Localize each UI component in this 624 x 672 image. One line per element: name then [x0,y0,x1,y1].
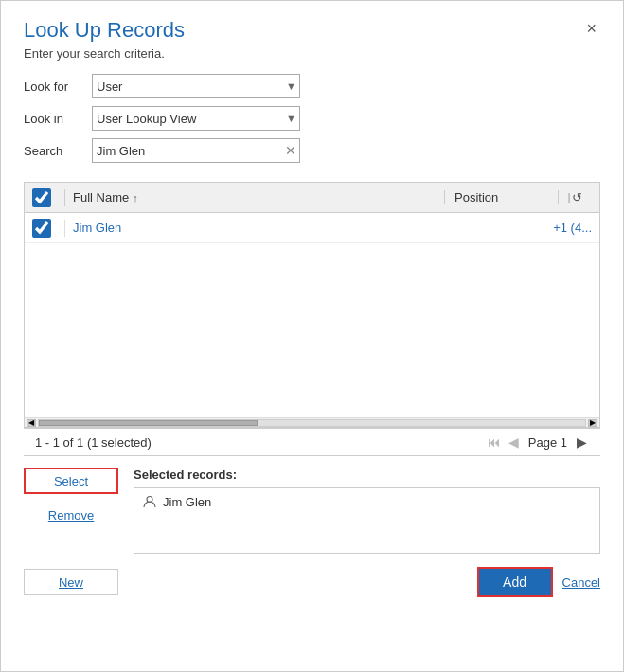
footer-buttons: New Add Cancel [24,567,600,597]
table-row: Jim Glen +1 (4... [25,213,599,243]
prev-page-button[interactable]: ◀ [507,434,521,450]
selected-records-section: Selected records: Jim Glen [134,468,600,554]
page-label: Page 1 [528,435,567,450]
table-body: Jim Glen +1 (4... [25,213,599,417]
dialog-title: Look Up Records [24,18,185,43]
select-all-checkbox[interactable] [32,188,51,207]
search-label: Search [24,144,92,158]
scroll-right-button[interactable]: ▶ [588,419,597,427]
pagination-info: 1 - 1 of 1 (1 selected) [35,435,152,450]
select-button[interactable]: Select [24,468,118,494]
selected-records-box: Jim Glen [134,487,600,554]
selected-item-name: Jim Glen [163,495,211,509]
look-for-row: Look for User ▼ [24,74,600,98]
scroll-left-button[interactable]: ◀ [27,419,36,427]
refresh-button[interactable]: ↺ [572,190,582,204]
full-name-column-header: Full Name ↑ [73,190,444,204]
pagination-controls: ⏮ ◀ Page 1 ▶ [486,434,589,450]
lookup-records-dialog: Look Up Records × Enter your search crit… [0,0,624,672]
look-in-select[interactable]: User Lookup View [92,106,300,131]
cancel-button[interactable]: Cancel [562,575,600,590]
first-page-button[interactable]: ⏮ [486,434,503,450]
new-button[interactable]: New [24,569,118,595]
dialog-header: Look Up Records × [24,18,600,43]
next-page-button[interactable]: ▶ [575,434,589,450]
action-buttons: Select Remove [24,468,118,528]
scrollbar-thumb [39,420,258,426]
position-column-header: Position [444,190,558,204]
row-checkbox[interactable] [32,219,51,238]
look-in-select-wrapper: User Lookup View ▼ [92,106,300,131]
look-for-select-wrapper: User ▼ [92,74,300,98]
selected-item: Jim Glen [142,494,592,509]
search-row: Search ✕ [24,138,600,163]
add-button[interactable]: Add [477,567,553,597]
remove-button[interactable]: Remove [24,502,118,528]
search-wrapper: ✕ [92,138,300,163]
search-clear-button[interactable]: ✕ [285,144,296,157]
scrollbar-track-area[interactable] [38,419,586,427]
look-in-label: Look in [24,112,92,126]
search-input[interactable] [92,138,300,163]
horizontal-scrollbar[interactable]: ◀ ▶ [25,417,599,427]
user-icon [142,494,157,509]
selected-records-label: Selected records: [134,468,600,482]
dialog-subtitle: Enter your search criteria. [24,46,600,61]
look-in-row: Look in User Lookup View ▼ [24,106,600,131]
results-table: Full Name ↑ Position | ↺ Jim Glen +1 (4.… [24,182,600,428]
table-header: Full Name ↑ Position | ↺ [25,183,599,213]
look-for-select[interactable]: User [92,74,300,98]
pagination-bar: 1 - 1 of 1 (1 selected) ⏮ ◀ Page 1 ▶ [24,428,600,456]
look-for-label: Look for [24,80,92,94]
col-separator-icon: | [568,192,571,203]
column-actions: | ↺ [558,190,592,204]
sort-arrow-icon[interactable]: ↑ [133,192,138,203]
header-divider [64,189,65,206]
row-full-name[interactable]: Jim Glen [73,221,553,235]
close-button[interactable]: × [582,18,600,39]
row-divider [64,220,65,237]
row-phone[interactable]: +1 (4... [553,221,592,235]
bottom-section: Select Remove Selected records: Jim Glen [24,468,600,554]
